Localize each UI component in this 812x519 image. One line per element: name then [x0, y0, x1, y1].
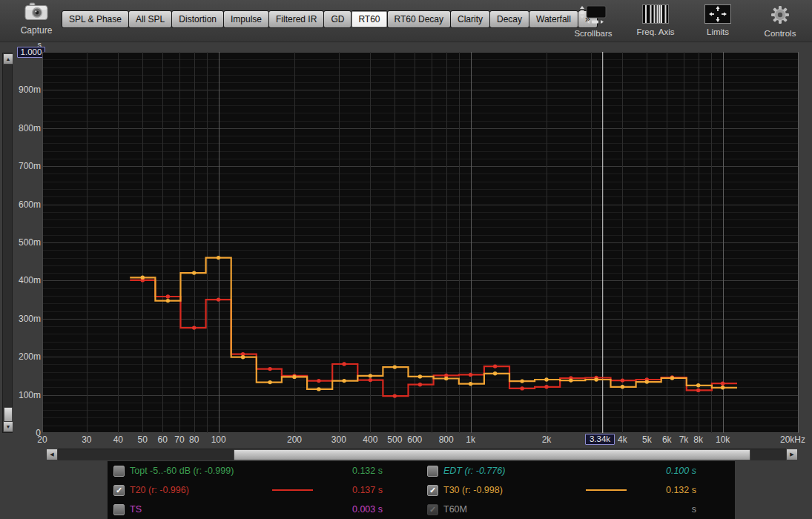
rt60-plot[interactable] — [42, 52, 799, 433]
toolbar-right-tools: Scrollbars Freq. Axis — [567, 3, 806, 38]
legend-line-sample-t30 — [586, 489, 627, 491]
x-tick-label: 1k — [466, 434, 475, 445]
legend-row-t30: ✓ T30 (r: -0.998) 0.132 s — [421, 480, 735, 500]
legend-value-topt: 0.132 s — [352, 466, 383, 476]
legend-row-topt: Topt -5..-60 dB (r: -0.999) 0.132 s — [108, 461, 421, 480]
y-tick-label: 500m — [7, 237, 41, 248]
y-tick-label: 800m — [7, 123, 41, 133]
tab-impulse[interactable]: Impulse — [223, 10, 269, 28]
x-tick-label: 30 — [82, 434, 91, 445]
x-tick-label: 600 — [407, 434, 422, 445]
legend-row-t20: ✓ T20 (r: -0.996) 0.137 s — [108, 480, 421, 500]
tab-rt60-decay[interactable]: RT60 Decay — [387, 10, 451, 28]
x-tick-label: 5k — [642, 434, 652, 445]
x-tick-label: 8k — [693, 434, 703, 445]
capture-button[interactable]: Capture — [12, 2, 61, 36]
controls-label: Controls — [754, 29, 806, 38]
legend-line-sample-edt — [586, 470, 627, 472]
legend-label-topt: Topt -5..-60 dB (r: -0.999) — [130, 466, 234, 476]
x-tick-label: 70 — [174, 434, 184, 445]
legend-label-t60m: T60M — [443, 504, 467, 515]
x-tick-label: 6k — [662, 434, 672, 445]
x-tick-label: 100 — [211, 434, 226, 445]
checkbox-t60m[interactable]: ✓ — [427, 504, 438, 515]
y-tick-label: 300m — [7, 314, 41, 324]
tab-clarity[interactable]: Clarity — [450, 10, 490, 28]
controls-button[interactable]: Controls — [754, 3, 806, 38]
x-tick-label: 800 — [439, 434, 454, 445]
scroll-left-button[interactable]: ◀ — [46, 449, 58, 460]
x-tick-label: 60 — [158, 434, 168, 445]
capture-label: Capture — [12, 25, 61, 36]
horizontal-scrollbar[interactable] — [58, 449, 786, 460]
legend-line-sample-t20 — [272, 489, 313, 491]
checkbox-edt[interactable] — [427, 466, 438, 477]
x-tick-label: 50 — [138, 434, 148, 445]
x-tick-label: 10k — [716, 434, 730, 445]
y-tick-label: 600m — [7, 199, 41, 210]
checkbox-t20[interactable]: ✓ — [113, 485, 125, 496]
scrollbars-label: Scrollbars — [567, 29, 619, 38]
x-tick-label: 20kHz — [780, 434, 805, 445]
tab-spl-phase[interactable]: SPL & Phase — [62, 10, 129, 28]
legend-line-sample-t60m — [586, 509, 627, 510]
y-axis-max-field[interactable]: 1.000 — [17, 47, 45, 58]
x-tick-label: 500 — [387, 434, 402, 445]
x-tick-label: 2k — [542, 434, 552, 445]
legend-row-t60m: ✓ T60M s — [421, 500, 735, 519]
x-tick-label: 4k — [618, 434, 627, 445]
y-tick-label: 400m — [7, 275, 41, 285]
tab-decay[interactable]: Decay — [489, 10, 529, 28]
y-tick-label: 100m — [7, 390, 41, 400]
gear-icon — [770, 4, 790, 25]
legend-value-t30: 0.132 s — [666, 485, 696, 495]
cursor-frequency-field[interactable]: 3.34k — [585, 434, 615, 445]
rt60-legend-panel: Topt -5..-60 dB (r: -0.999) 0.132 s EDT … — [108, 461, 735, 519]
camera-icon — [24, 11, 49, 24]
legend-value-ts: 0.003 s — [352, 504, 383, 515]
legend-label-ts: TS — [130, 504, 142, 515]
legend-value-t20: 0.137 s — [352, 485, 383, 495]
y-tick-label: 0 — [7, 428, 41, 438]
x-tick-label: 400 — [363, 434, 377, 445]
tab-all-spl[interactable]: All SPL — [128, 10, 172, 28]
checkbox-topt[interactable] — [113, 466, 125, 477]
limits-icon — [704, 4, 731, 25]
legend-row-ts: TS 0.003 s — [108, 500, 421, 519]
legend-line-sample-topt — [272, 470, 313, 472]
freq-axis-icon — [642, 4, 669, 25]
legend-label-t20: T20 (r: -0.996) — [130, 485, 189, 495]
horizontal-scrollbar-thumb[interactable] — [234, 449, 750, 460]
legend-label-t30: T30 (r: -0.998) — [443, 485, 503, 495]
legend-value-t60m: s — [692, 504, 696, 515]
tab-gd[interactable]: GD — [323, 10, 351, 28]
scroll-up-button[interactable]: ▲ — [3, 53, 13, 65]
legend-label-edt: EDT (r: -0.776) — [443, 466, 505, 476]
legend-row-edt: EDT (r: -0.776) 0.100 s — [421, 461, 735, 480]
y-tick-label: 200m — [7, 351, 41, 362]
checkbox-ts[interactable] — [113, 504, 125, 515]
graph-tab-bar: SPL & Phase All SPL Distortion Impulse F… — [62, 10, 598, 28]
y-tick-label: 900m — [7, 85, 41, 95]
y-tick-label: 700m — [7, 161, 41, 171]
x-tick-label: 80 — [189, 434, 199, 445]
freq-axis-button[interactable]: Freq. Axis — [630, 3, 681, 38]
toolbar: Capture SPL & Phase All SPL Distortion I… — [0, 0, 812, 42]
tab-rt60[interactable]: RT60 — [351, 10, 387, 28]
legend-value-edt: 0.100 s — [666, 466, 696, 476]
scrollbars-icon — [579, 4, 607, 25]
x-tick-label: 300 — [331, 434, 346, 445]
freq-axis-label: Freq. Axis — [630, 27, 681, 36]
legend-line-sample-ts — [272, 509, 313, 510]
limits-label: Limits — [692, 27, 744, 36]
x-tick-label: 20 — [37, 434, 47, 445]
scroll-right-button[interactable]: ▶ — [786, 449, 798, 460]
tab-distortion[interactable]: Distortion — [171, 10, 224, 28]
x-tick-label: 200 — [287, 434, 302, 445]
x-tick-label: 7k — [679, 434, 689, 445]
scrollbars-button[interactable]: Scrollbars — [567, 3, 619, 38]
x-tick-label: 40 — [113, 434, 123, 445]
limits-button[interactable]: Limits — [692, 3, 744, 38]
tab-filtered-ir[interactable]: Filtered IR — [268, 10, 324, 28]
checkbox-t30[interactable]: ✓ — [427, 485, 438, 496]
